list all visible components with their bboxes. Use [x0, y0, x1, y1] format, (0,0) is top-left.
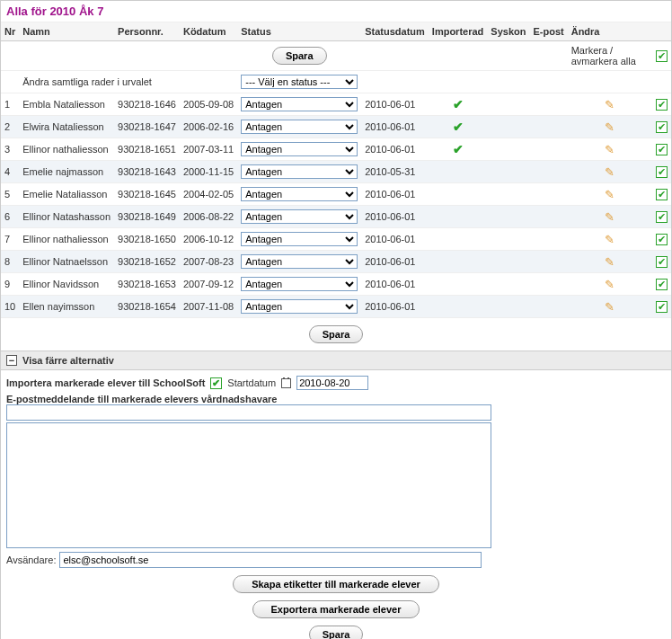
cell-namn: Ellinor Natashasson — [19, 206, 114, 228]
mark-all-checkbox[interactable]: ✔ — [656, 50, 668, 62]
calendar-icon[interactable] — [281, 378, 291, 388]
status-select[interactable]: Antagen — [241, 232, 358, 246]
table-row: 2Elwira Nataliesson930218-16472006-02-16… — [1, 116, 671, 138]
cell-kodatum: 2004-02-05 — [180, 183, 237, 206]
row-checkbox[interactable]: ✔ — [656, 189, 668, 200]
col-namn: Namn — [19, 22, 114, 41]
status-select[interactable]: Antagen — [241, 142, 358, 156]
create-labels-button[interactable]: Skapa etiketter till markerade elever — [233, 575, 439, 593]
cell-namn: Ellinor nathaliesson — [19, 228, 114, 251]
cell-nr: 4 — [1, 161, 19, 183]
cell-namn: Emelie Nataliasson — [19, 183, 114, 206]
pencil-icon[interactable]: ✎ — [605, 210, 615, 224]
cell-statusdatum: 2010-05-31 — [361, 161, 429, 183]
startdate-input[interactable] — [296, 376, 368, 390]
cell-nr: 10 — [1, 296, 19, 318]
import-checkbox[interactable]: ✔ — [210, 377, 222, 389]
cell-personnr: 930218-1646 — [114, 93, 180, 116]
cell-statusdatum: 2010-06-01 — [361, 251, 429, 273]
col-nr: Nr — [1, 22, 19, 41]
table-row: 3Ellinor nathaliesson930218-16512007-03-… — [1, 138, 671, 161]
row-checkbox[interactable]: ✔ — [656, 121, 668, 133]
table-row: 10Ellen nayimsson930218-16542007-11-08An… — [1, 296, 671, 318]
cell-personnr: 930218-1643 — [114, 161, 180, 183]
pencil-icon[interactable]: ✎ — [605, 120, 615, 134]
bulk-change-label: Ändra samtliga rader i urvalet — [19, 71, 237, 93]
status-select[interactable]: Antagen — [241, 299, 358, 314]
status-select[interactable]: Antagen — [241, 120, 358, 134]
cell-nr: 6 — [1, 206, 19, 228]
cell-personnr: 930218-1651 — [114, 138, 180, 161]
save-button-mid[interactable]: Spara — [309, 325, 364, 343]
export-button[interactable]: Exportera markerade elever — [252, 600, 420, 618]
fewer-options-label[interactable]: Visa färre alternativ — [22, 355, 114, 366]
cell-namn: Ellinor Natnaelsson — [19, 251, 114, 273]
row-checkbox[interactable]: ✔ — [656, 99, 668, 111]
cell-statusdatum: 2010-06-01 — [361, 138, 429, 161]
cell-personnr: 930218-1654 — [114, 296, 180, 318]
row-checkbox[interactable]: ✔ — [656, 256, 668, 268]
email-subject-input[interactable] — [6, 404, 491, 421]
cell-personnr: 930218-1645 — [114, 183, 180, 206]
cell-personnr: 930218-1647 — [114, 116, 180, 138]
table-row: 8Ellinor Natnaelsson930218-16522007-08-2… — [1, 251, 671, 273]
cell-namn: Elwira Nataliesson — [19, 116, 114, 138]
cell-nr: 1 — [1, 93, 19, 116]
status-select[interactable]: Antagen — [241, 187, 358, 201]
cell-statusdatum: 2010-06-01 — [361, 183, 429, 206]
row-checkbox[interactable]: ✔ — [656, 166, 668, 178]
pencil-icon[interactable]: ✎ — [605, 188, 615, 201]
cell-namn: Ellen nayimsson — [19, 296, 114, 318]
email-label: E-postmeddelande till markerade elevers … — [6, 394, 666, 404]
row-checkbox[interactable]: ✔ — [656, 211, 668, 223]
cell-nr: 8 — [1, 251, 19, 273]
cell-statusdatum: 2010-06-01 — [361, 116, 429, 138]
col-andra: Ändra — [568, 22, 652, 41]
status-select[interactable]: Antagen — [241, 277, 358, 291]
cell-statusdatum: 2010-06-01 — [361, 206, 429, 228]
col-status: Status — [237, 22, 361, 41]
status-select[interactable]: Antagen — [241, 97, 358, 111]
col-importerad: Importerad — [429, 22, 487, 41]
bulk-status-select[interactable]: --- Välj en status --- — [241, 75, 358, 89]
col-statusdatum: Statusdatum — [361, 22, 429, 41]
check-icon: ✔ — [453, 142, 464, 156]
cell-kodatum: 2006-08-22 — [180, 206, 237, 228]
pencil-icon[interactable]: ✎ — [605, 233, 615, 246]
status-select[interactable]: Antagen — [241, 254, 358, 269]
cell-personnr: 930218-1649 — [114, 206, 180, 228]
toggle-options-icon[interactable]: − — [6, 355, 17, 366]
pencil-icon[interactable]: ✎ — [605, 300, 615, 314]
row-checkbox[interactable]: ✔ — [656, 279, 668, 290]
row-checkbox[interactable]: ✔ — [656, 301, 668, 313]
table-row: 7Ellinor nathaliesson930218-16502006-10-… — [1, 228, 671, 251]
pencil-icon[interactable]: ✎ — [605, 278, 615, 291]
pencil-icon[interactable]: ✎ — [605, 98, 615, 111]
pencil-icon[interactable]: ✎ — [605, 143, 615, 156]
cell-personnr: 930218-1652 — [114, 251, 180, 273]
table-row: 5Emelie Nataliasson930218-16452004-02-05… — [1, 183, 671, 206]
table-row: 4Emelie najmasson930218-16432000-11-15An… — [1, 161, 671, 183]
pencil-icon[interactable]: ✎ — [605, 255, 615, 269]
cell-nr: 5 — [1, 183, 19, 206]
cell-nr: 9 — [1, 273, 19, 296]
row-checkbox[interactable]: ✔ — [656, 144, 668, 155]
status-select[interactable]: Antagen — [241, 209, 358, 224]
mark-all-label[interactable]: Markera / avmarkera alla — [571, 45, 636, 67]
row-checkbox[interactable]: ✔ — [656, 234, 668, 245]
cell-statusdatum: 2010-06-01 — [361, 273, 429, 296]
sender-label: Avsändare: — [6, 555, 56, 565]
col-epost: E-post — [529, 22, 567, 41]
email-body-textarea[interactable] — [6, 422, 491, 548]
col-syskon: Syskon — [487, 22, 529, 41]
table-row: 9Ellinor Navidsson930218-16532007-09-12A… — [1, 273, 671, 296]
cell-nr: 3 — [1, 138, 19, 161]
save-button-top[interactable]: Spara — [272, 47, 327, 65]
sender-input[interactable] — [59, 552, 482, 568]
pencil-icon[interactable]: ✎ — [605, 165, 615, 179]
cell-statusdatum: 2010-06-01 — [361, 228, 429, 251]
cell-namn: Ellinor Navidsson — [19, 273, 114, 296]
cell-personnr: 930218-1653 — [114, 273, 180, 296]
save-button-bottom[interactable]: Spara — [309, 626, 364, 639]
status-select[interactable]: Antagen — [241, 164, 358, 179]
